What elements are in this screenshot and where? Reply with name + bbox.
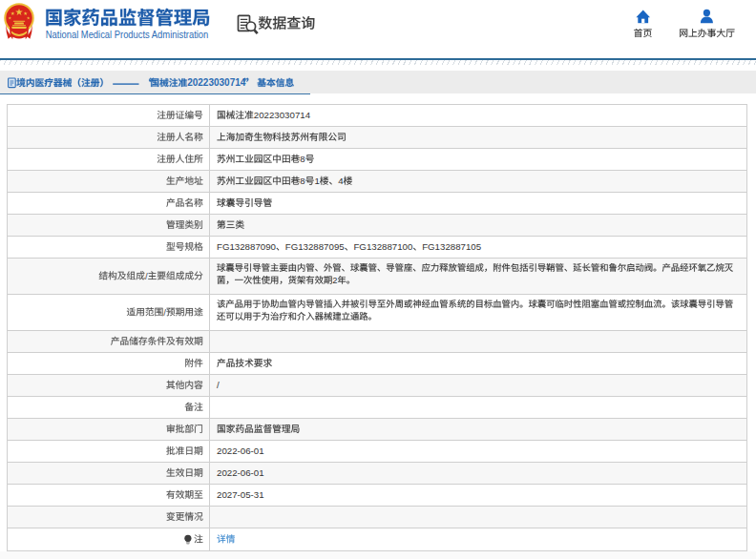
svg-text:FG132887105: FG132887105 bbox=[422, 241, 481, 252]
svg-text:2027-05-31: 2027-05-31 bbox=[217, 489, 264, 500]
svg-text:/: / bbox=[217, 380, 220, 390]
svg-text:2022-06-01: 2022-06-01 bbox=[217, 467, 264, 478]
svg-text:8: 8 bbox=[300, 176, 304, 186]
svg-text:1: 1 bbox=[314, 176, 319, 186]
svg-text:/: / bbox=[163, 307, 166, 318]
svg-text:FG132887095: FG132887095 bbox=[285, 241, 345, 252]
svg-text:FG132887090: FG132887090 bbox=[217, 241, 277, 252]
svg-text:8: 8 bbox=[300, 154, 304, 164]
svg-text:20223030714: 20223030714 bbox=[254, 110, 311, 120]
svg-text:4: 4 bbox=[338, 176, 344, 186]
svg-text:FG132887100: FG132887100 bbox=[353, 241, 413, 252]
svg-text:2: 2 bbox=[332, 276, 337, 285]
svg-text:/: / bbox=[145, 271, 148, 281]
svg-text:2022-06-01: 2022-06-01 bbox=[217, 445, 264, 456]
svg-text:20223030714: 20223030714 bbox=[187, 77, 246, 88]
svg-text:National Medical Products Admi: National Medical Products Administration bbox=[46, 29, 209, 40]
